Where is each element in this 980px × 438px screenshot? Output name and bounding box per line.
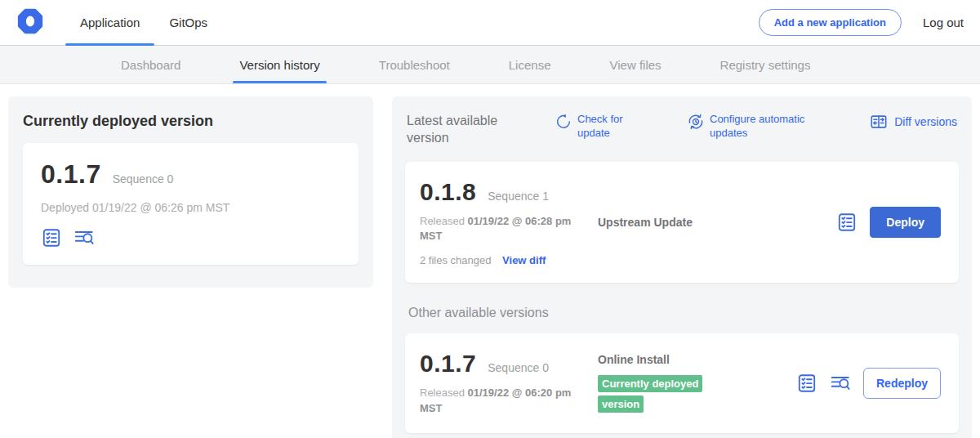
app-subnav: Dashboard Version history Troubleshoot L…: [0, 46, 980, 84]
redeploy-button[interactable]: Redeploy: [863, 368, 941, 399]
latest-version-card: 0.1.8 Sequence 1 Released 01/19/22 @ 06:…: [405, 162, 959, 284]
tab-gitops[interactable]: GitOps: [154, 0, 222, 45]
latest-version-number: 0.1.8: [420, 178, 476, 206]
current-version-card: 0.1.7 Sequence 0 Deployed 01/19/22 @ 06:…: [23, 143, 359, 265]
diff-icon: [869, 113, 889, 131]
version-source-label: Upstream Update: [598, 216, 836, 229]
add-application-button[interactable]: Add a new application: [759, 9, 902, 36]
currently-deployed-panel: Currently deployed version 0.1.7 Sequenc…: [8, 96, 373, 288]
other-versions-title: Other available versions: [408, 306, 959, 320]
main-content: Currently deployed version 0.1.7 Sequenc…: [0, 84, 980, 438]
released-timestamp: Released 01/19/22 @ 06:20 pm MST: [420, 386, 593, 417]
subnav-tab-version-history[interactable]: Version history: [233, 46, 326, 83]
check-for-update-action[interactable]: Check for update: [555, 113, 637, 141]
check-for-update-label: Check for update: [577, 113, 637, 141]
release-notes-icon[interactable]: [796, 373, 817, 394]
subnav-tab-dashboard[interactable]: Dashboard: [114, 46, 187, 83]
configure-updates-label: Configure automatic updates: [710, 113, 818, 141]
subnav-tab-troubleshoot[interactable]: Troubleshoot: [372, 46, 457, 83]
diff-versions-action[interactable]: Diff versions: [869, 113, 957, 131]
files-changed-label: 2 files changed: [420, 254, 491, 266]
currently-deployed-badge: Currently deployed version: [598, 375, 702, 413]
release-notes-icon[interactable]: [836, 212, 858, 233]
diff-versions-label: Diff versions: [894, 114, 957, 129]
latest-sequence-label: Sequence 1: [488, 190, 549, 203]
latest-available-title: Latest available version: [407, 113, 531, 147]
current-sequence-label: Sequence 0: [113, 172, 174, 185]
release-notes-icon[interactable]: [41, 227, 62, 248]
refresh-icon: [555, 114, 572, 130]
subnav-tab-registry-settings[interactable]: Registry settings: [714, 46, 817, 83]
subnav-tab-view-files[interactable]: View files: [603, 46, 667, 83]
top-navbar: Application GitOps Add a new application…: [0, 0, 980, 46]
clock-refresh-icon: [688, 114, 704, 130]
latest-available-panel: Latest available version Check for updat…: [392, 96, 972, 438]
deployed-timestamp: Deployed 01/19/22 @ 06:26 pm MST: [41, 199, 341, 216]
version-source-label: Online Install: [598, 353, 796, 366]
view-logs-icon[interactable]: [830, 373, 851, 394]
other-sequence-label: Sequence 0: [488, 361, 549, 374]
current-version-number: 0.1.7: [41, 159, 101, 190]
app-logo[interactable]: [16, 0, 44, 45]
app-logo-icon: [16, 7, 44, 38]
tab-application[interactable]: Application: [65, 0, 154, 45]
other-version-card: 0.1.7 Sequence 0 Released 01/19/22 @ 06:…: [405, 333, 959, 433]
released-timestamp: Released 01/19/22 @ 06:28 pm MST: [420, 214, 593, 245]
view-logs-icon[interactable]: [74, 227, 95, 248]
other-version-number: 0.1.7: [420, 350, 476, 378]
view-diff-link[interactable]: View diff: [502, 254, 546, 266]
currently-deployed-title: Currently deployed version: [23, 113, 359, 130]
deploy-button[interactable]: Deploy: [870, 207, 941, 238]
configure-updates-action[interactable]: Configure automatic updates: [688, 113, 818, 141]
topnav-right: Add a new application Log out: [759, 0, 964, 45]
top-tabs: Application GitOps: [65, 0, 222, 45]
logout-button[interactable]: Log out: [923, 16, 964, 29]
subnav-tab-license[interactable]: License: [502, 46, 558, 83]
